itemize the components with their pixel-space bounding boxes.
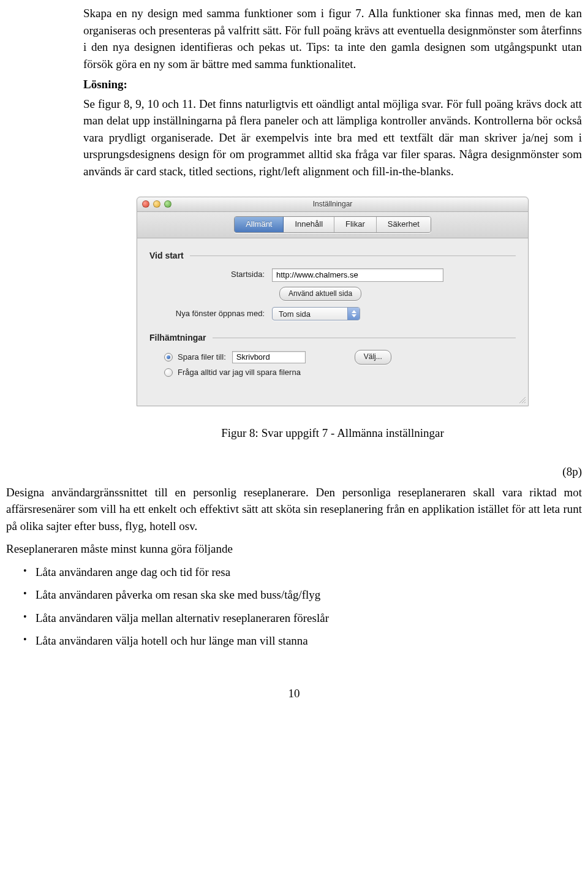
radio-ask-always[interactable] [164,368,173,377]
list-item: Låta användaren välja mellan alternativ … [23,610,582,627]
startpage-label: Startsida: [149,269,272,281]
new-windows-popup[interactable]: Tom sida [272,307,360,320]
section-start-label: Vid start [149,249,184,262]
chevron-up-down-icon [347,308,360,320]
close-icon[interactable] [142,200,149,208]
tab-segmented-control: Allmänt Innehåll Flikar Säkerhet [234,216,431,233]
section-start: Vid start [149,249,516,262]
radio-save-to-row: Spara filer till: Välj... [164,350,516,364]
requirements-list: Låta användaren ange dag och tid för res… [23,564,582,649]
new-windows-label: Nya fönster öppnas med: [149,308,272,320]
radio-ask-always-row: Fråga alltid var jag vill spara filerna [164,367,516,379]
zoom-icon[interactable] [164,200,172,208]
tab-security[interactable]: Säkerhet [377,217,431,232]
save-to-field[interactable] [232,351,306,363]
solution-paragraph: Se figur 8, 9, 10 och 11. Det finns natu… [83,96,582,180]
save-to-label: Spara filer till: [178,352,226,363]
ask-always-label: Fråga alltid var jag vill spara filerna [178,367,301,379]
use-current-page-button[interactable]: Använd aktuell sida [279,287,361,301]
svg-line-4 [524,402,526,403]
section-downloads: Filhämtningar [149,331,516,344]
settings-window: Inställningar Allmänt Innehåll Flikar Sä… [137,197,529,406]
section-divider [190,256,516,256]
solution-heading: Lösning: [83,76,582,93]
page-number: 10 [6,685,582,702]
list-item: Låta användaren ange dag och tid för res… [23,564,582,581]
tab-general[interactable]: Allmänt [235,217,284,232]
svg-marker-0 [352,310,356,313]
task-8-para-1: Designa användargränssnittet till en per… [6,484,582,535]
radio-save-to[interactable] [164,353,173,362]
startpage-input[interactable] [272,268,443,282]
points-label: (8p) [83,463,582,480]
download-radio-group: Spara filer till: Välj... Fråga alltid v… [164,350,516,378]
section-divider [213,338,516,338]
tab-toolbar: Allmänt Innehåll Flikar Säkerhet [137,212,528,238]
new-windows-row: Nya fönster öppnas med: Tom sida [149,307,516,320]
window-titlebar: Inställningar [137,197,528,212]
task-8-label: Uppgift 8: [0,484,6,501]
task-8-body: Designa användargränssnittet till en per… [6,484,582,656]
svg-marker-1 [352,314,356,317]
settings-pane: Vid start Startsida: Använd aktuell sida… [137,238,528,405]
startpage-row: Startsida: [149,268,516,282]
minimize-icon[interactable] [153,200,160,208]
resize-grip-icon[interactable] [518,395,526,404]
intro-paragraph: Skapa en ny design med samma funktioner … [83,5,582,72]
window-title: Inställningar [137,199,528,210]
figure-8: Inställningar Allmänt Innehåll Flikar Sä… [83,197,582,441]
section-downloads-label: Filhämtningar [149,331,206,344]
list-item: Låta användaren påverka om resan ska ske… [23,586,582,604]
figure-caption: Figur 8: Svar uppgift 7 - Allmänna instä… [83,425,582,442]
tab-content[interactable]: Innehåll [284,217,334,232]
task-8-para-2: Reseplaneraren måste minst kunna göra fö… [6,540,582,558]
tab-tabs[interactable]: Flikar [334,217,377,232]
new-windows-value: Tom sida [273,308,347,320]
list-item: Låta användaren välja hotell och hur län… [23,632,582,649]
choose-button[interactable]: Välj... [355,350,391,364]
